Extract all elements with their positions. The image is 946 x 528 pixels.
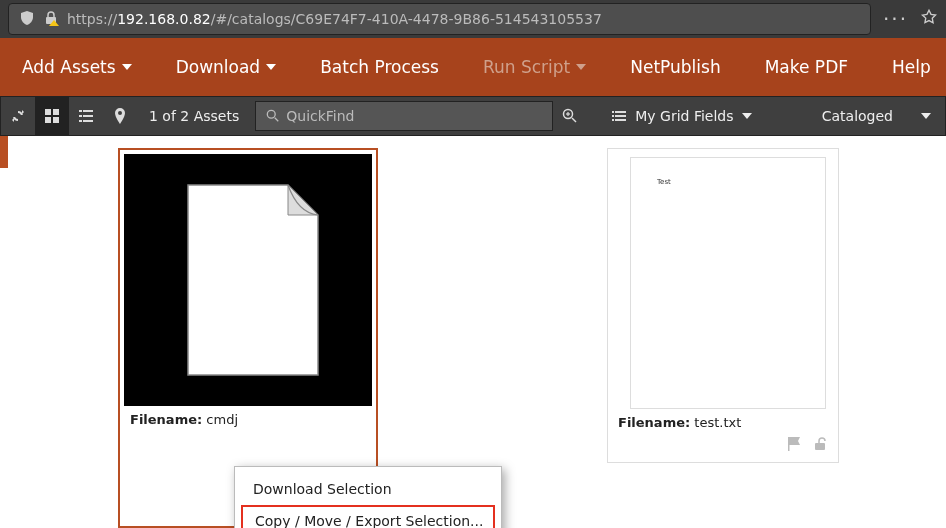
svg-line-13 (275, 118, 279, 122)
zoom-search-button[interactable] (553, 96, 587, 136)
thumb-preview-text: Test (657, 178, 671, 186)
svg-rect-3 (53, 109, 59, 115)
svg-rect-22 (612, 119, 614, 121)
svg-rect-21 (615, 115, 626, 117)
nav-download[interactable]: Download (154, 38, 299, 96)
list-icon (611, 108, 627, 124)
lock-warning-icon (43, 10, 59, 29)
nav-help[interactable]: Help (870, 38, 946, 96)
chevron-down-icon (921, 113, 931, 119)
search-icon (266, 109, 280, 123)
svg-rect-19 (615, 111, 626, 113)
flag-icon[interactable] (786, 436, 804, 452)
asset-toolbar: 1 of 2 Assets My Grid Fields Cataloged (0, 96, 946, 136)
svg-line-15 (572, 118, 576, 122)
selection-accent (0, 136, 8, 168)
asset-filename: Filename: test.txt (612, 409, 834, 432)
svg-rect-20 (612, 115, 614, 117)
shield-icon (19, 10, 35, 29)
quickfind-search[interactable] (255, 101, 553, 131)
url-text: https://192.168.0.82/#/catalogs/C69E74F7… (67, 11, 602, 27)
context-menu: Download Selection Copy / Move / Export … (234, 466, 502, 528)
svg-rect-2 (45, 109, 51, 115)
nav-batch-process[interactable]: Batch Process (298, 38, 461, 96)
list-view-button[interactable] (69, 96, 103, 136)
browser-urlbar: https://192.168.0.82/#/catalogs/C69E74F7… (0, 0, 946, 38)
chevron-down-icon (576, 64, 586, 70)
svg-rect-23 (615, 119, 626, 121)
map-pin-button[interactable] (103, 96, 137, 136)
refresh-button[interactable] (1, 96, 35, 136)
bookmark-star-icon[interactable] (920, 8, 938, 30)
nav-netpublish[interactable]: NetPublish (608, 38, 742, 96)
chevron-down-icon (122, 64, 132, 70)
asset-grid: Filename: cmdj Test Filename: test.txt D… (0, 136, 946, 528)
sort-dropdown[interactable]: Cataloged (808, 108, 945, 124)
svg-rect-9 (83, 115, 93, 117)
unlock-icon[interactable] (812, 436, 828, 452)
cm-copy-move-export[interactable]: Copy / Move / Export Selection... (241, 505, 495, 528)
cm-download-selection[interactable]: Download Selection (235, 473, 501, 505)
asset-thumbnail (124, 154, 372, 406)
asset-card[interactable]: Test Filename: test.txt (607, 148, 839, 463)
svg-rect-5 (53, 117, 59, 123)
nav-make-pdf[interactable]: Make PDF (743, 38, 870, 96)
grid-fields-dropdown[interactable]: My Grid Fields (595, 108, 767, 124)
quickfind-input[interactable] (286, 108, 542, 124)
svg-rect-6 (79, 110, 82, 112)
chevron-down-icon (266, 64, 276, 70)
svg-rect-8 (79, 115, 82, 117)
svg-point-12 (268, 110, 276, 118)
main-navbar: Add Assets Download Batch Process Run Sc… (0, 38, 946, 96)
url-field[interactable]: https://192.168.0.82/#/catalogs/C69E74F7… (8, 3, 871, 35)
asset-thumbnail: Test (630, 157, 826, 409)
nav-run-script[interactable]: Run Script (461, 38, 608, 96)
asset-filename: Filename: cmdj (124, 406, 372, 429)
svg-rect-10 (79, 120, 82, 122)
svg-rect-11 (83, 120, 93, 122)
asset-count-label: 1 of 2 Assets (137, 108, 251, 124)
svg-rect-24 (815, 443, 825, 450)
page-actions-icon[interactable]: ··· (877, 7, 914, 31)
nav-add-assets[interactable]: Add Assets (0, 38, 154, 96)
grid-view-button[interactable] (35, 96, 69, 136)
svg-rect-18 (612, 111, 614, 113)
chevron-down-icon (742, 113, 752, 119)
svg-rect-7 (83, 110, 93, 112)
asset-status-icons (612, 432, 834, 458)
svg-rect-4 (45, 117, 51, 123)
